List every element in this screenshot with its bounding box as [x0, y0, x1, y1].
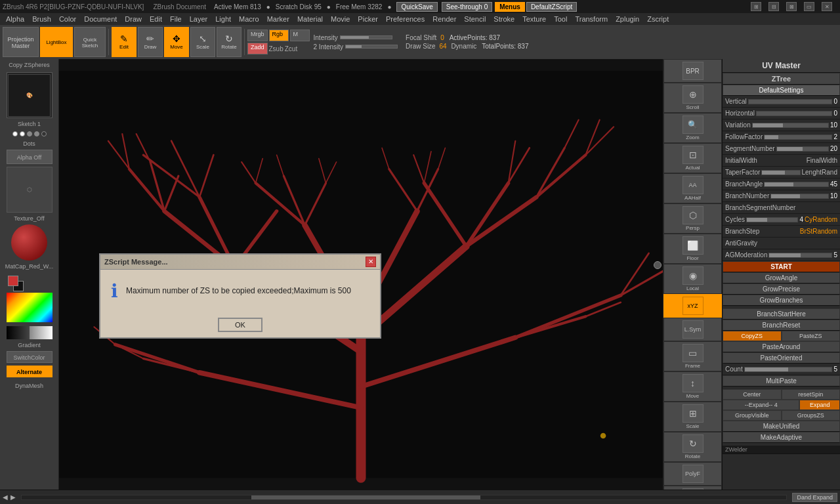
follow-factor-slider[interactable] [764, 135, 832, 140]
quick-sketch-button[interactable]: QuickSketch [74, 27, 106, 57]
canvas-area[interactable]: ZScript Message... ✕ ℹ Maximum number of… [59, 59, 663, 490]
branch-reset-button[interactable]: BranchReset [723, 320, 840, 331]
lightbox-button[interactable]: LightBox [40, 27, 73, 57]
menu-draw[interactable]: Draw [121, 15, 145, 23]
dialog-title-bar[interactable]: ZScript Message... ✕ [100, 255, 380, 270]
group-visible-button[interactable]: GroupVisible [723, 410, 782, 421]
z-intensity-slider[interactable]: 2 Intensity [314, 43, 398, 51]
menu-edit[interactable]: Edit [146, 15, 165, 23]
frame-button[interactable]: ▭ Frame [663, 341, 722, 371]
m-button[interactable]: M [290, 30, 310, 41]
menu-stroke[interactable]: Stroke [490, 15, 518, 23]
sidebar-rotate-button[interactable]: ↻ Rotate [663, 432, 722, 462]
see-through-button[interactable]: See-through 0 [442, 2, 492, 12]
texture-button[interactable]: ⬡ [7, 167, 52, 213]
title-icon-2[interactable]: ⊟ [768, 2, 779, 11]
bottom-scroll-bar[interactable] [21, 495, 787, 500]
mrgb-button[interactable]: Mrgb [247, 30, 268, 41]
lsym-button[interactable]: L.Sym [663, 318, 722, 341]
horizontal-slider[interactable] [756, 111, 832, 116]
menu-color[interactable]: Color [56, 15, 79, 23]
xyz-button[interactable]: xYZ [663, 294, 722, 318]
persp-button[interactable]: ⬡ Persp [663, 203, 722, 234]
reset-spin-button[interactable]: resetSpin [782, 389, 841, 400]
actual-button[interactable]: ⊡ Actual [663, 143, 722, 173]
floor-button[interactable]: ⬜ Floor [663, 234, 722, 264]
menu-file[interactable]: File [167, 15, 185, 23]
intensity-slider[interactable]: Intensity [314, 34, 398, 41]
projection-master-button[interactable]: ProjectionMaster [3, 27, 39, 57]
menu-brush[interactable]: Brush [29, 15, 54, 23]
branch-number-slider[interactable] [770, 194, 829, 199]
scale-button[interactable]: ⤡ Scale [190, 27, 215, 57]
edit-button[interactable]: ✎ Edit [112, 27, 136, 57]
color-spectrum[interactable] [7, 293, 52, 322]
grow-angle-button[interactable]: GrowAngle [723, 272, 840, 284]
ztree-button[interactable]: ZTree [723, 73, 840, 85]
paste-zs-button[interactable]: PasteZS [782, 331, 841, 341]
alternate-button[interactable]: Alternate [7, 366, 52, 377]
groups-zs-button[interactable]: GroupsZS [782, 410, 841, 421]
sidebar-scale-button[interactable]: ⊞ Scale [663, 402, 722, 432]
switch-color-button[interactable]: SwitchColor [7, 351, 52, 363]
title-icon-4[interactable]: ▭ [804, 2, 814, 11]
gradient-white[interactable] [30, 326, 52, 339]
start-button[interactable]: START [723, 261, 840, 272]
grow-precise-button[interactable]: GrowPrecise [723, 284, 840, 295]
menu-preferences[interactable]: Preferences [383, 15, 428, 23]
defaultzscript-button[interactable]: DefaultZScript [526, 2, 577, 12]
menu-tool[interactable]: Tool [551, 15, 570, 23]
bottom-right-arrow[interactable]: ▶ [10, 494, 16, 501]
menu-document[interactable]: Document [81, 15, 120, 23]
aahalf-button[interactable]: AA AAHalf [663, 173, 722, 203]
menu-macro[interactable]: Macro [236, 15, 262, 23]
branch-start-here-button[interactable]: BranchStartHere [723, 308, 840, 320]
sidebar-move-button[interactable]: ↕ Move [663, 371, 722, 402]
variation-slider[interactable] [752, 123, 829, 128]
dot-2[interactable] [20, 131, 25, 136]
scroll-button[interactable]: ⊕ Scroll [663, 83, 722, 113]
menu-render[interactable]: Render [429, 15, 459, 23]
grow-branches-button[interactable]: GrowBranches [723, 295, 840, 306]
menu-picker[interactable]: Picker [354, 15, 381, 23]
expand-button-bottom[interactable]: Dand Expand [792, 493, 837, 502]
branch-angle-slider[interactable] [764, 182, 829, 187]
menu-layer[interactable]: Layer [186, 15, 211, 23]
menu-texture[interactable]: Texture [519, 15, 549, 23]
menu-movie[interactable]: Movie [327, 15, 353, 23]
paste-around-button[interactable]: PasteAround [723, 341, 840, 352]
title-icon-1[interactable]: ⊞ [751, 2, 761, 11]
count-slider[interactable] [744, 367, 833, 372]
rotate-button[interactable]: ↻ Rotate [217, 27, 242, 57]
menu-transform[interactable]: Transform [572, 15, 611, 23]
bpr-button[interactable]: BPR [663, 59, 722, 83]
menu-zscript[interactable]: Zscript [644, 15, 672, 23]
dialog-close-button[interactable]: ✕ [366, 257, 376, 267]
center-button[interactable]: Center [723, 389, 782, 400]
menu-material[interactable]: Material [294, 15, 326, 23]
multi-paste-button[interactable]: MultiPaste [723, 375, 840, 387]
zadd-button[interactable]: Zadd [247, 43, 268, 54]
polyf-button[interactable]: PolyF [663, 462, 722, 486]
rgb-button[interactable]: Rgb [269, 30, 289, 41]
segment-number-slider[interactable] [776, 146, 829, 152]
menu-alpha[interactable]: Alpha [3, 15, 28, 23]
expand-val-button[interactable]: --Expand-- 4 [723, 400, 799, 410]
draw-button[interactable]: ✏ Draw [138, 27, 163, 57]
dot-3[interactable] [27, 131, 32, 136]
bottom-left-arrow[interactable]: ◀ [3, 494, 8, 501]
gradient-black[interactable] [7, 326, 30, 339]
expand-button[interactable]: Expand [799, 400, 840, 410]
ag-slider[interactable] [768, 253, 832, 258]
sketch-thumbnail[interactable]: 🎨 [7, 72, 52, 118]
cycles-slider[interactable] [746, 217, 798, 222]
dialog-ok-button[interactable]: OK [218, 318, 262, 332]
local-button[interactable]: ◉ Local [663, 264, 722, 294]
move-button[interactable]: ✥ Move [164, 27, 189, 57]
menus-button[interactable]: Menus [495, 2, 525, 12]
brush-dots[interactable] [12, 131, 47, 136]
zoom-button[interactable]: 🔍 Zoom [663, 113, 722, 143]
title-icon-5[interactable]: ✕ [822, 2, 832, 11]
make-unified-button[interactable]: MakeUnified [723, 421, 840, 432]
dot-5[interactable] [41, 131, 47, 136]
